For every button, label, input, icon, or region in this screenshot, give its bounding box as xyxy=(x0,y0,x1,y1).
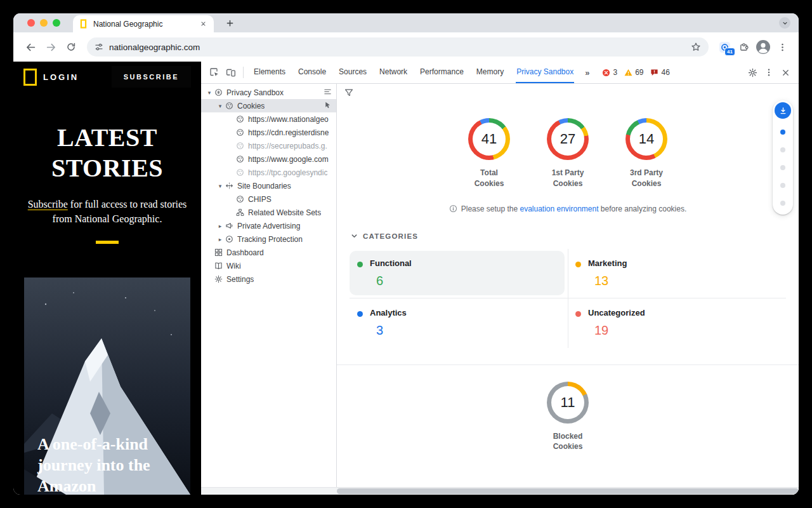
section-nav-dots xyxy=(780,130,785,206)
tree-item-tracking-protection[interactable]: ▸Tracking Protection xyxy=(201,232,336,246)
minimize-window-button[interactable] xyxy=(40,19,48,27)
device-toolbar-icon[interactable] xyxy=(223,64,239,81)
horizontal-scrollbar[interactable] xyxy=(201,487,799,495)
profile-avatar[interactable] xyxy=(754,38,772,56)
browser-tab[interactable]: National Geographic xyxy=(73,15,214,32)
blocked-donut-row: 11 Blocked Cookies xyxy=(337,382,799,453)
new-tab-button[interactable] xyxy=(223,16,237,30)
tree-item-cookie-url-registerdisney[interactable]: https://cdn.registerdisne xyxy=(201,126,336,139)
filter-funnel-icon[interactable] xyxy=(344,88,353,100)
issues-icon xyxy=(650,69,658,77)
devtools-tab-privacy-sandbox[interactable]: Privacy Sandbox xyxy=(510,62,580,83)
console-errors-badge[interactable]: 3 xyxy=(602,68,617,77)
site-boundaries-icon xyxy=(225,182,234,190)
chevron-down-icon[interactable] xyxy=(351,232,358,239)
devtools-close-icon[interactable] xyxy=(777,64,794,81)
categories-section-header[interactable]: CATEGORIES xyxy=(351,232,799,240)
category-card-marketing[interactable]: Marketing13 xyxy=(568,249,786,298)
tree-item-privacy-sandbox[interactable]: ▾Privacy Sandbox xyxy=(201,86,336,99)
subscribe-paragraph: Subscribe for full access to read storie… xyxy=(27,197,187,226)
nav-dot[interactable] xyxy=(780,201,785,206)
tree-item-site-boundaries[interactable]: ▾Site Boundaries xyxy=(201,179,336,192)
donut-ring: 14 xyxy=(625,118,667,160)
browser-menu-kebab-icon[interactable] xyxy=(773,38,791,56)
forward-button[interactable] xyxy=(41,37,60,57)
tree-item-related-website-sets[interactable]: Related Website Sets xyxy=(201,206,336,219)
dashboard-icon xyxy=(214,248,223,257)
site-settings-icon[interactable] xyxy=(95,43,103,51)
tree-item-chips[interactable]: CHIPS xyxy=(201,192,336,206)
tree-arrow-right-icon[interactable]: ▸ xyxy=(216,223,225,229)
inspect-element-icon[interactable] xyxy=(206,64,223,81)
tree-arrow-right-icon[interactable]: ▸ xyxy=(216,236,225,243)
url-text[interactable]: nationalgeographic.com xyxy=(109,43,685,52)
devtools-menu-kebab-icon[interactable] xyxy=(761,64,777,81)
nav-dot[interactable] xyxy=(780,165,785,170)
category-count: 13 xyxy=(588,274,786,288)
devtools-tab-elements[interactable]: Elements xyxy=(247,62,292,83)
menu-icon[interactable] xyxy=(324,88,332,98)
tree-item-cookies[interactable]: ▾Cookies xyxy=(201,99,336,112)
close-window-button[interactable] xyxy=(27,19,35,27)
categories-header-label: CATEGORIES xyxy=(363,232,418,240)
tree-arrow-down-icon[interactable]: ▾ xyxy=(216,103,225,109)
reload-button[interactable] xyxy=(62,37,81,57)
evaluation-environment-link[interactable]: evaluation environment xyxy=(520,204,598,213)
tree-item-dashboard[interactable]: Dashboard xyxy=(201,246,336,259)
cookie-icon xyxy=(225,102,234,110)
donut-value: 14 xyxy=(639,131,654,147)
devtools-tab-console[interactable]: Console xyxy=(292,62,332,83)
tree-item-label: Site Boundaries xyxy=(237,182,291,190)
tree-item-cookie-url-googlesyndication[interactable]: https://tpc.googlesyndic xyxy=(201,166,336,179)
download-report-button[interactable] xyxy=(775,102,791,119)
category-count: 19 xyxy=(588,323,786,338)
tab-close-icon[interactable] xyxy=(198,19,208,29)
scrollbar-thumb[interactable] xyxy=(337,488,799,494)
subscribe-link[interactable]: Subscribe xyxy=(28,199,68,210)
tree-item-label: Wiki xyxy=(226,262,241,271)
extensions-puzzle-icon[interactable] xyxy=(735,38,753,56)
back-button[interactable] xyxy=(21,37,40,57)
maximize-window-button[interactable] xyxy=(53,19,60,27)
devtools-tab-performance[interactable]: Performance xyxy=(414,62,470,83)
tree-item-wiki[interactable]: Wiki xyxy=(201,259,336,272)
hero-image[interactable]: A one-of-a-kind journey into the Amazon xyxy=(24,277,190,495)
tree-item-cookie-url-google[interactable]: https://www.google.com xyxy=(201,152,336,166)
console-warnings-badge[interactable]: 69 xyxy=(624,68,643,77)
bookmark-star-icon[interactable] xyxy=(691,42,701,52)
warning-icon xyxy=(624,69,632,77)
subscribe-button[interactable]: SUBSCRIBE xyxy=(112,66,191,88)
tab-search-button[interactable] xyxy=(779,17,790,29)
tree-item-label: https://cdn.registerdisne xyxy=(248,128,329,137)
devtools-tab-network[interactable]: Network xyxy=(373,62,414,83)
category-card-functional[interactable]: Functional6 xyxy=(350,249,568,298)
tree-arrow-down-icon[interactable]: ▾ xyxy=(205,90,214,96)
devtools-tab-memory[interactable]: Memory xyxy=(470,62,510,83)
category-card-analytics[interactable]: Analytics3 xyxy=(350,298,568,348)
tree-item-private-advertising[interactable]: ▸Private Advertising xyxy=(201,219,336,232)
issues-badge[interactable]: 46 xyxy=(650,68,669,77)
tree-item-settings[interactable]: Settings xyxy=(201,272,336,286)
devtools-tab-sources[interactable]: Sources xyxy=(332,62,373,83)
nav-dot[interactable] xyxy=(780,130,785,135)
natgeo-logo-icon[interactable] xyxy=(23,69,37,86)
tree-item-label: Privacy Sandbox xyxy=(226,88,284,97)
category-label: Functional xyxy=(370,258,568,268)
tree-item-label: https://securepubads.g. xyxy=(248,142,327,150)
error-count: 3 xyxy=(613,68,617,77)
devtools-settings-gear-icon[interactable] xyxy=(744,64,761,81)
tree-item-cookie-url-securepubads[interactable]: https://securepubads.g. xyxy=(201,139,336,152)
category-card-uncategorized[interactable]: Uncategorized19 xyxy=(568,298,786,348)
tree-item-cookie-url-nationalgeographic[interactable]: https://www.nationalgeo xyxy=(201,112,336,126)
more-tabs-button[interactable]: » xyxy=(580,68,595,77)
donut-total-cookies: 41 Total Cookies xyxy=(462,118,516,189)
nav-dot[interactable] xyxy=(780,147,785,152)
privacy-sandbox-extension-button[interactable]: 41 xyxy=(715,37,734,57)
tree-arrow-down-icon[interactable]: ▾ xyxy=(216,183,225,189)
nav-dot[interactable] xyxy=(780,183,785,188)
inspect-cursor-icon[interactable] xyxy=(324,101,332,111)
cookie-icon xyxy=(235,168,245,177)
address-bar[interactable]: nationalgeographic.com xyxy=(87,37,709,57)
login-link[interactable]: LOGIN xyxy=(43,72,79,82)
category-dot-icon xyxy=(575,311,581,317)
